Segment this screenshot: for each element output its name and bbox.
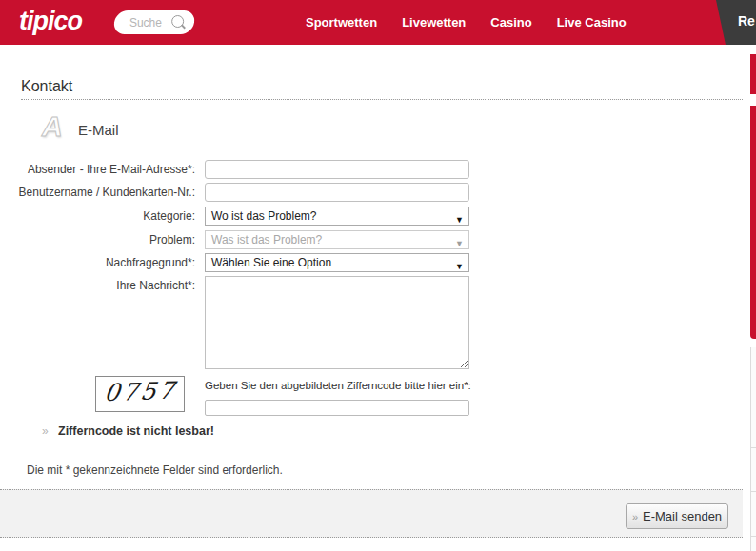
dropdown-arrow-icon: ▼ — [455, 235, 464, 252]
nav-item-sportwetten[interactable]: Sportwetten — [306, 15, 377, 30]
dropdown-arrow-icon: ▼ — [455, 211, 464, 228]
title-divider — [21, 99, 743, 100]
send-email-button-label: E-Mail senden — [643, 509, 722, 523]
category-select[interactable]: Wo ist das Problem? ▼ — [205, 207, 469, 226]
category-select-label: Kategorie: — [0, 209, 195, 223]
tipico-logo[interactable]: tipico — [19, 7, 82, 36]
nav-item-live-casino[interactable]: Live Casino — [557, 15, 627, 30]
captcha-prompt-label: Geben Sie den abgebildeten Zifferncode b… — [205, 380, 471, 391]
search-placeholder: Suche — [129, 16, 162, 30]
main-nav: Sportwetten Livewetten Casino Live Casin… — [306, 0, 627, 45]
email-field-label: Absender - Ihre E-Mail-Adresse*: — [0, 163, 195, 176]
category-selected-value: Wo ist das Problem? — [211, 209, 317, 223]
captcha-code-text: 0757 — [103, 377, 179, 407]
register-link-cutoff[interactable]: Re — [738, 13, 755, 29]
username-field[interactable] — [205, 183, 469, 202]
search-icon[interactable] — [171, 15, 184, 28]
problem-select-disabled: Was ist das Problem? ▼ — [205, 230, 469, 249]
header-corner-dark: Re — [716, 0, 756, 45]
dropdown-arrow-icon: ▼ — [455, 258, 464, 275]
captcha-input[interactable] — [205, 400, 469, 416]
section-title-email: E-Mail — [78, 122, 119, 138]
chevrons-right-icon: » — [632, 511, 638, 522]
reason-select[interactable]: Wählen Sie eine Option ▼ — [205, 253, 469, 272]
required-fields-note: Die mit * gekennzeichnete Felder sind er… — [27, 463, 283, 477]
send-email-button[interactable]: » E-Mail senden — [626, 503, 728, 529]
search-input[interactable]: Suche — [112, 10, 196, 34]
captcha-image: 0757 — [95, 376, 185, 412]
right-list-panel-sliver — [750, 347, 756, 551]
email-at-icon: A — [42, 110, 63, 143]
captcha-not-readable-link[interactable]: Zifferncode ist nicht lesbar! — [58, 424, 214, 438]
message-textarea-label: Ihre Nachricht*: — [0, 279, 195, 292]
problem-select-label: Problem: — [0, 233, 195, 246]
right-red-banner-sliver — [750, 54, 756, 94]
contact-page: tipico Suche Sportwetten Livewetten Casi… — [0, 0, 756, 551]
nav-item-livewetten[interactable]: Livewetten — [402, 15, 466, 30]
reason-selected-value: Wählen Sie eine Option — [211, 256, 331, 269]
username-field-label: Benutzername / Kundenkarten-Nr.: — [0, 186, 195, 199]
chevrons-right-icon: » — [42, 424, 49, 438]
message-textarea[interactable] — [205, 276, 469, 369]
header-bar: tipico Suche Sportwetten Livewetten Casi… — [0, 0, 756, 45]
nav-item-casino[interactable]: Casino — [490, 15, 531, 30]
reason-select-label: Nachfragegrund*: — [0, 256, 195, 269]
email-field[interactable] — [205, 160, 469, 179]
right-red-panel-sliver — [750, 106, 756, 339]
problem-selected-value: Was ist das Problem? — [211, 233, 322, 246]
page-title: Kontakt — [21, 78, 72, 95]
